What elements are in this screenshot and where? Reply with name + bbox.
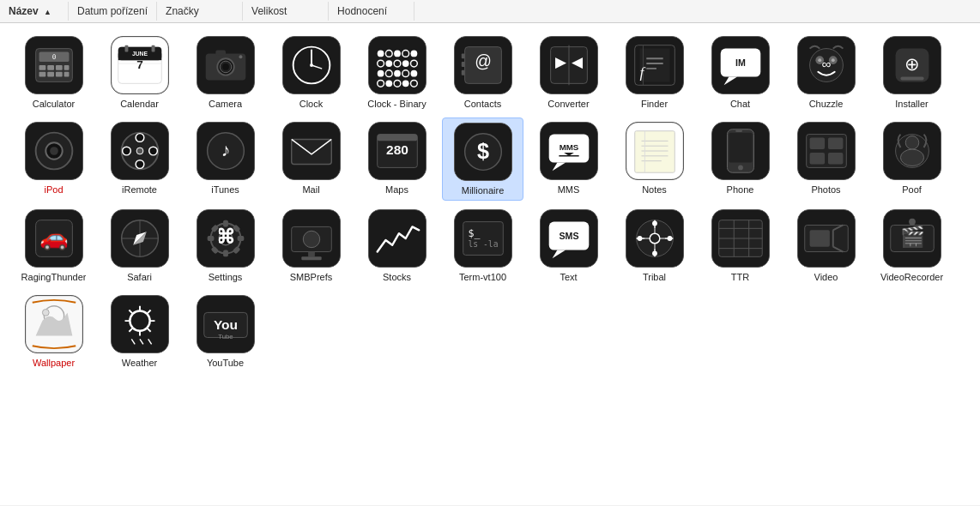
icon-label-maps: Maps <box>385 184 408 195</box>
svg-rect-161 <box>308 252 315 257</box>
icon-item-notes[interactable]: Notes <box>614 117 695 201</box>
icon-item-chuzzle[interactable]: ∞ Chuzzle <box>785 32 867 113</box>
svg-rect-59 <box>461 70 464 75</box>
col-marks[interactable]: Značky <box>157 2 243 21</box>
icon-item-contacts[interactable]: @ Contacts <box>442 32 523 113</box>
col-name[interactable]: Název ▲ <box>0 2 69 21</box>
svg-rect-196 <box>809 230 829 246</box>
icon-item-converter[interactable]: ▶ ◀ Converter <box>528 32 609 113</box>
icon-box-clock <box>282 36 341 94</box>
svg-rect-162 <box>301 256 321 260</box>
icon-label-termvt100: Term-vt100 <box>459 272 506 282</box>
svg-rect-57 <box>461 53 464 58</box>
icon-item-iremote[interactable]: iRemote <box>99 117 180 201</box>
icon-item-youtube[interactable]: You Tube YouTube <box>185 291 266 372</box>
icon-label-tribal: Tribal <box>643 272 666 282</box>
svg-rect-17 <box>124 45 128 52</box>
icon-item-maps[interactable]: 280 Maps <box>356 117 438 201</box>
icon-label-poof: Poof <box>902 184 922 195</box>
svg-text:MMS: MMS <box>559 142 578 152</box>
svg-point-96 <box>136 148 143 154</box>
icon-item-calendar[interactable]: JUNE 7 Calendar <box>99 32 180 113</box>
icon-item-camera[interactable]: Camera <box>185 32 266 113</box>
svg-rect-152 <box>237 236 244 241</box>
icon-item-installer[interactable]: ⊕ Installer <box>871 32 953 113</box>
icon-item-text[interactable]: SMS Text <box>528 205 609 286</box>
svg-rect-151 <box>207 236 214 241</box>
svg-point-36 <box>394 51 401 57</box>
icon-box-maps: 280 <box>368 122 426 180</box>
icon-label-stocks: Stocks <box>383 272 411 282</box>
icon-box-calendar: JUNE 7 <box>111 36 169 94</box>
svg-rect-4 <box>47 65 54 70</box>
icon-box-contacts: @ <box>454 36 512 94</box>
icon-box-mail <box>282 122 341 180</box>
icon-item-weather[interactable]: Weather <box>99 291 180 372</box>
icon-item-videorecorder[interactable]: 🎬 VideoRecorder <box>871 205 953 286</box>
svg-rect-7 <box>39 72 45 77</box>
icon-box-converter: ▶ ◀ <box>540 36 598 94</box>
icon-item-termvt100[interactable]: $_ ls -la Term-vt100 <box>442 205 523 286</box>
icon-item-video[interactable]: Video <box>785 205 867 286</box>
svg-point-34 <box>377 51 384 57</box>
svg-point-95 <box>148 147 157 155</box>
icon-item-wallpaper[interactable]: Wallpaper <box>13 291 94 372</box>
icon-item-mail[interactable]: Mail <box>270 117 352 201</box>
icon-label-iremote: iRemote <box>122 184 157 195</box>
icon-item-finder[interactable]: f Finder <box>614 32 695 113</box>
icon-item-stocks[interactable]: Stocks <box>356 205 438 286</box>
icon-item-ipod[interactable]: iPod <box>13 117 94 201</box>
svg-point-135 <box>905 136 919 150</box>
svg-point-206 <box>42 310 49 316</box>
icon-item-safari[interactable]: Safari <box>99 205 180 286</box>
icon-label-smbprefs: SMBPrefs <box>290 272 333 282</box>
icon-box-video <box>797 209 856 268</box>
svg-point-25 <box>222 63 229 70</box>
icon-item-settings[interactable]: ⌘ Settings <box>185 205 266 286</box>
icon-box-ragingthunder: 🚗 <box>25 209 83 268</box>
svg-text:$: $ <box>476 139 488 163</box>
svg-point-48 <box>410 70 417 77</box>
col-rating[interactable]: Hodnocení <box>329 2 414 21</box>
icon-box-chat: IM <box>711 36 770 94</box>
col-size[interactable]: Velikost <box>243 2 329 21</box>
icon-box-iremote <box>111 122 169 180</box>
icon-item-millionaire[interactable]: $ Millionaire <box>442 117 523 201</box>
icon-item-photos[interactable]: Photos <box>785 117 867 201</box>
icon-box-photos <box>797 122 856 180</box>
icon-item-phone[interactable]: Phone <box>699 117 781 201</box>
svg-text:🎬: 🎬 <box>899 225 925 249</box>
col-date[interactable]: Datum pořízení <box>69 2 157 21</box>
icon-item-clock-binary[interactable]: Clock - Binary <box>356 32 438 113</box>
svg-point-203 <box>909 219 916 226</box>
icon-item-poof[interactable]: Poof <box>871 117 953 201</box>
icon-item-itunes[interactable]: ♪ iTunes <box>185 117 266 201</box>
icon-item-ttr[interactable]: TTR <box>699 205 781 286</box>
header-bar: Název ▲ Datum pořízení Značky Velikost H… <box>0 0 980 23</box>
icon-box-chuzzle: ∞ <box>797 36 856 94</box>
icon-box-calculator: 0 <box>25 36 83 94</box>
svg-rect-124 <box>729 133 752 163</box>
svg-text:280: 280 <box>386 142 408 157</box>
svg-text:♪: ♪ <box>221 140 230 160</box>
icon-box-phone <box>711 122 770 180</box>
icon-item-ragingthunder[interactable]: 🚗 RagingThunder <box>13 205 94 286</box>
icon-label-contacts: Contacts <box>464 99 501 109</box>
icon-label-finder: Finder <box>641 99 668 109</box>
svg-rect-85 <box>900 77 923 81</box>
icon-box-stocks <box>368 209 426 268</box>
icon-label-ttr: TTR <box>731 272 749 282</box>
icon-grid: 0 Calculator JUNE 7 Calendar <box>13 32 967 372</box>
icon-box-itunes: ♪ <box>197 122 255 180</box>
svg-rect-6 <box>64 65 69 70</box>
icon-box-poof <box>883 122 941 180</box>
icon-item-chat[interactable]: IM Chat <box>699 32 781 113</box>
icon-item-smbprefs[interactable]: SMBPrefs <box>270 205 352 286</box>
icon-item-calculator[interactable]: 0 Calculator <box>13 32 94 113</box>
icon-item-clock[interactable]: Clock <box>270 32 352 113</box>
icon-item-tribal[interactable]: Tribal <box>614 205 695 286</box>
icon-item-mms[interactable]: MMS MMS <box>528 117 609 201</box>
icon-label-video: Video <box>814 272 838 282</box>
svg-rect-58 <box>461 62 464 67</box>
svg-point-44 <box>377 70 384 77</box>
